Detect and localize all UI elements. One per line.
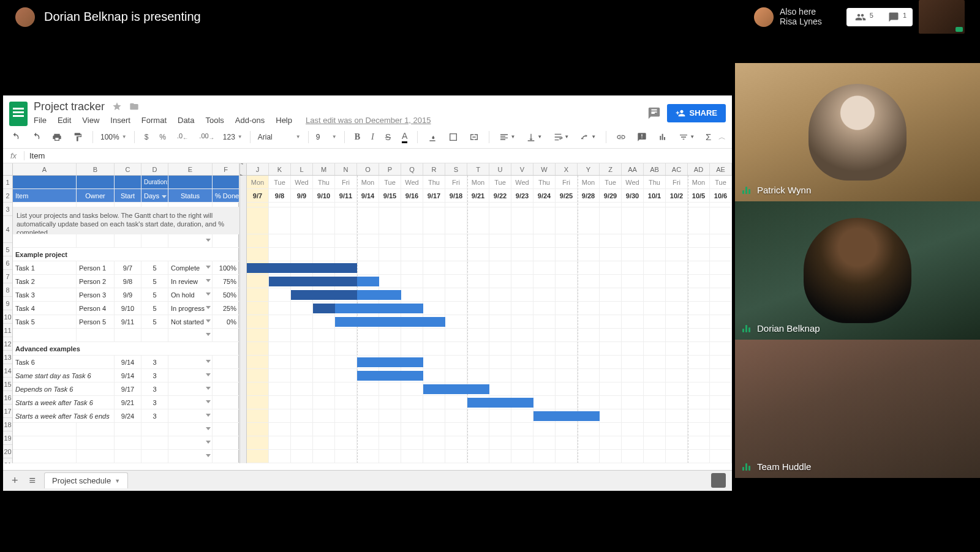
cell[interactable] bbox=[467, 275, 489, 288]
cell[interactable] bbox=[688, 369, 710, 382]
cell[interactable] bbox=[511, 234, 533, 248]
cell[interactable] bbox=[357, 382, 379, 396]
col-header[interactable]: AC bbox=[666, 163, 688, 175]
cell[interactable] bbox=[467, 234, 489, 248]
cell[interactable]: 9/18 bbox=[445, 189, 467, 203]
cell[interactable]: Starts a week after Task 6 bbox=[13, 396, 115, 409]
cell[interactable] bbox=[445, 261, 467, 275]
cell[interactable] bbox=[168, 450, 213, 463]
cell[interactable] bbox=[467, 207, 489, 234]
cell[interactable]: In progress bbox=[168, 302, 213, 315]
cell[interactable] bbox=[168, 382, 213, 396]
cell[interactable] bbox=[423, 207, 445, 234]
add-sheet-button[interactable]: + bbox=[9, 474, 21, 487]
row-header[interactable]: 6 bbox=[3, 256, 12, 270]
cell[interactable] bbox=[511, 203, 533, 207]
cell[interactable] bbox=[77, 436, 115, 450]
cell[interactable]: Thu bbox=[533, 176, 556, 189]
cell[interactable] bbox=[313, 207, 335, 234]
merge-button[interactable] bbox=[467, 130, 481, 144]
row-header[interactable]: 9 bbox=[3, 297, 12, 310]
cell[interactable] bbox=[423, 288, 445, 302]
cell[interactable]: 5 bbox=[141, 288, 168, 302]
cell[interactable] bbox=[445, 248, 467, 261]
cell[interactable] bbox=[168, 436, 213, 450]
cell[interactable] bbox=[489, 261, 511, 275]
cell[interactable] bbox=[247, 396, 269, 409]
cell[interactable] bbox=[710, 248, 732, 261]
cell[interactable] bbox=[644, 356, 666, 369]
cell[interactable]: Tue bbox=[710, 176, 732, 189]
cell[interactable] bbox=[556, 275, 578, 288]
frozen-pane-splitter[interactable] bbox=[239, 176, 247, 463]
cell[interactable] bbox=[710, 203, 732, 207]
cell[interactable] bbox=[168, 234, 213, 248]
cell[interactable] bbox=[489, 248, 511, 261]
cell[interactable] bbox=[291, 207, 313, 234]
cell[interactable] bbox=[168, 329, 213, 342]
cell[interactable] bbox=[556, 436, 578, 450]
cell[interactable] bbox=[556, 261, 578, 275]
cell[interactable] bbox=[644, 329, 666, 342]
last-edit-link[interactable]: Last edit was on December 1, 2015 bbox=[306, 116, 431, 125]
cell[interactable] bbox=[489, 436, 511, 450]
cell[interactable]: 75% bbox=[213, 275, 239, 288]
cell[interactable] bbox=[115, 329, 141, 342]
cell[interactable] bbox=[213, 423, 239, 436]
cell[interactable] bbox=[213, 382, 239, 396]
menu-data[interactable]: Data bbox=[178, 116, 194, 125]
col-header[interactable]: Y bbox=[578, 163, 600, 175]
cell[interactable]: Mon bbox=[688, 176, 710, 189]
cell[interactable] bbox=[379, 423, 401, 436]
cell[interactable] bbox=[600, 275, 622, 288]
cell[interactable] bbox=[141, 436, 168, 450]
cell[interactable] bbox=[357, 329, 379, 342]
dropdown-icon[interactable] bbox=[206, 239, 211, 242]
participant-tile[interactable]: Team Huddle bbox=[735, 340, 980, 478]
cell[interactable] bbox=[622, 342, 644, 356]
cell[interactable] bbox=[313, 329, 335, 342]
cell[interactable]: Complete bbox=[168, 261, 213, 275]
cell[interactable] bbox=[269, 203, 291, 207]
cell[interactable] bbox=[313, 234, 335, 248]
cell[interactable] bbox=[622, 315, 644, 329]
cell[interactable]: Person 2 bbox=[77, 275, 115, 288]
cell[interactable] bbox=[445, 302, 467, 315]
cell[interactable] bbox=[335, 356, 357, 369]
currency-button[interactable]: $ bbox=[142, 130, 151, 144]
strikethrough-button[interactable]: S bbox=[383, 130, 393, 144]
cell[interactable] bbox=[644, 261, 666, 275]
h-align-button[interactable]: ▼ bbox=[497, 130, 518, 144]
cell[interactable] bbox=[578, 423, 600, 436]
cell[interactable]: Person 4 bbox=[77, 302, 115, 315]
cell[interactable] bbox=[644, 288, 666, 302]
cell[interactable] bbox=[710, 396, 732, 409]
cell[interactable] bbox=[710, 369, 732, 382]
cell[interactable] bbox=[622, 203, 644, 207]
cell[interactable] bbox=[511, 436, 533, 450]
cell[interactable] bbox=[291, 356, 313, 369]
cell[interactable] bbox=[600, 329, 622, 342]
cell[interactable] bbox=[688, 275, 710, 288]
row-header[interactable]: 10 bbox=[3, 310, 12, 324]
cell[interactable] bbox=[335, 396, 357, 409]
cell[interactable] bbox=[357, 207, 379, 234]
cell[interactable]: 5 bbox=[141, 315, 168, 329]
cell[interactable] bbox=[710, 409, 732, 423]
cell[interactable] bbox=[269, 342, 291, 356]
cell[interactable]: Tue bbox=[379, 176, 401, 189]
cell[interactable] bbox=[533, 248, 556, 261]
cell[interactable] bbox=[644, 315, 666, 329]
cell[interactable] bbox=[511, 450, 533, 463]
cell[interactable] bbox=[168, 396, 213, 409]
cell[interactable] bbox=[710, 342, 732, 356]
redo-button[interactable] bbox=[29, 130, 43, 144]
cell[interactable] bbox=[467, 329, 489, 342]
cell[interactable] bbox=[622, 396, 644, 409]
cell[interactable] bbox=[688, 409, 710, 423]
cell[interactable] bbox=[467, 288, 489, 302]
cell[interactable] bbox=[688, 207, 710, 234]
formula-bar[interactable]: fx Item bbox=[3, 149, 732, 163]
cell[interactable] bbox=[578, 450, 600, 463]
cell[interactable]: Depends on Task 6 bbox=[13, 382, 115, 396]
